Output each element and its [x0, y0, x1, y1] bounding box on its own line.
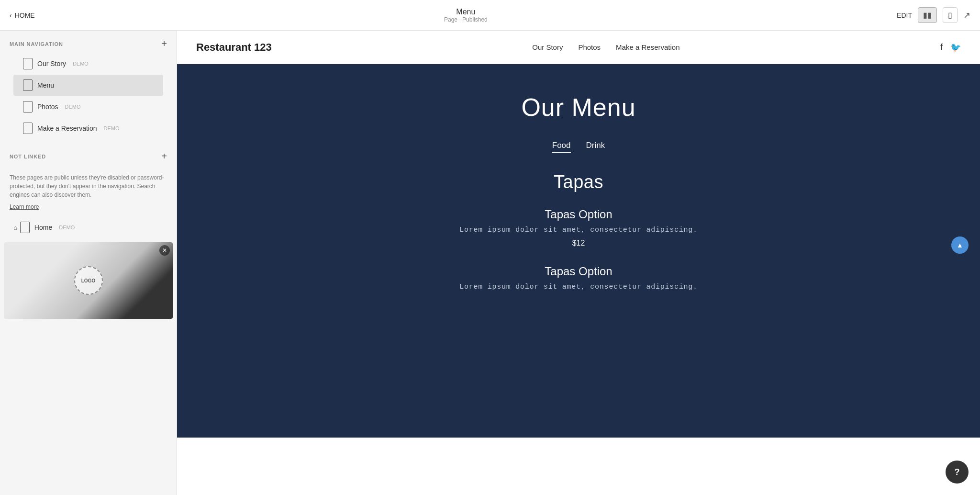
page-status: Page · Published [444, 16, 488, 23]
twitter-icon[interactable]: 🐦 [950, 42, 961, 53]
home-badge: DEMO [59, 225, 75, 230]
menu-page-icon [23, 79, 33, 91]
logo-placeholder: LOGO [74, 266, 103, 295]
menu-tab-drink[interactable]: Drink [586, 141, 605, 153]
reservation-page-icon [23, 123, 33, 134]
main-layout: MAIN NAVIGATION + Our Story DEMO Menu Ph… [0, 31, 980, 495]
menu-tabs: Food Drink [552, 141, 605, 153]
home-indicator-icon: ⌂ [13, 224, 17, 231]
photos-label: Photos [37, 103, 58, 111]
tapas-item-1-desc: Lorem ipsum dolor sit amet, consectetur … [459, 226, 697, 234]
content-area: Restaurant 123 Our Story Photos Make a R… [177, 31, 980, 495]
website-preview: Restaurant 123 Our Story Photos Make a R… [177, 31, 980, 495]
photos-page-icon [23, 101, 33, 112]
learn-more-link[interactable]: Learn more [10, 203, 39, 210]
reservation-badge: DEMO [104, 125, 120, 131]
help-button[interactable]: ? [946, 461, 969, 484]
menu-tab-food[interactable]: Food [552, 141, 571, 153]
top-bar-center: Menu Page · Published [444, 8, 488, 23]
sidebar-item-reservation[interactable]: Make a Reservation DEMO [13, 118, 163, 139]
edit-button[interactable]: EDIT [897, 11, 912, 19]
sidebar-item-home[interactable]: ⌂ Home DEMO [4, 217, 173, 238]
menu-hero-title: Our Menu [521, 93, 635, 122]
back-home-label: HOME [15, 11, 35, 19]
not-linked-header: NOT LINKED + [10, 151, 167, 162]
main-nav-section: MAIN NAVIGATION + Our Story DEMO Menu Ph… [0, 31, 177, 143]
menu-item-tapas-2: Tapas Option Lorem ipsum dolor sit amet,… [459, 265, 697, 296]
nav-link-our-story[interactable]: Our Story [532, 43, 563, 51]
our-story-badge: DEMO [73, 61, 89, 67]
mobile-view-button[interactable]: ▯ [943, 7, 958, 23]
back-arrow-icon: ‹ [10, 11, 12, 19]
main-nav-add-button[interactable]: + [161, 38, 167, 49]
not-linked-desc-section: These pages are public unless they're di… [0, 169, 177, 216]
main-nav-header: MAIN NAVIGATION + [10, 38, 167, 49]
tapas-item-2-name: Tapas Option [459, 265, 697, 278]
image-preview: LOGO [4, 242, 173, 319]
sidebar: MAIN NAVIGATION + Our Story DEMO Menu Ph… [0, 31, 177, 495]
home-page-icon [20, 222, 30, 233]
photos-badge: DEMO [65, 104, 81, 110]
menu-hero-section: Our Menu Food Drink ▲ Tapas Tapas Option… [177, 64, 980, 438]
top-bar: ‹ HOME Menu Page · Published EDIT ▮▮ ▯ ↗ [0, 0, 980, 31]
website-nav-links: Our Story Photos Make a Reservation [532, 43, 679, 51]
sidebar-item-photos[interactable]: Photos DEMO [13, 96, 163, 117]
top-bar-right: EDIT ▮▮ ▯ ↗ [897, 7, 970, 23]
our-story-label: Our Story [37, 60, 66, 68]
desktop-icon: ▮▮ [923, 11, 932, 19]
external-link-icon: ↗ [963, 11, 970, 20]
sidebar-item-our-story[interactable]: Our Story DEMO [13, 53, 163, 74]
facebook-icon[interactable]: f [940, 42, 943, 53]
desktop-view-button[interactable]: ▮▮ [918, 7, 937, 23]
tapas-item-1-price: $12 [459, 239, 697, 248]
menu-item-tapas-1: Tapas Option Lorem ipsum dolor sit amet,… [459, 208, 697, 248]
external-link-button[interactable]: ↗ [963, 10, 970, 21]
website-nav: Restaurant 123 Our Story Photos Make a R… [177, 31, 980, 64]
website-nav-icons: f 🐦 [940, 42, 961, 53]
not-linked-title: NOT LINKED [10, 154, 46, 159]
scroll-up-button[interactable]: ▲ [951, 236, 969, 254]
page-name: Menu [444, 8, 488, 16]
close-preview-button[interactable]: ✕ [159, 245, 170, 256]
website-brand: Restaurant 123 [196, 41, 272, 54]
top-bar-left: ‹ HOME [10, 11, 35, 19]
tapas-item-1-name: Tapas Option [459, 208, 697, 221]
main-nav-title: MAIN NAVIGATION [10, 41, 63, 47]
not-linked-description: These pages are public unless they're di… [10, 173, 167, 199]
home-label: Home [34, 224, 52, 231]
not-linked-add-button[interactable]: + [161, 151, 167, 162]
mobile-icon: ▯ [948, 11, 952, 19]
image-preview-container: LOGO ✕ [4, 242, 173, 319]
reservation-label: Make a Reservation [37, 124, 97, 132]
scroll-up-icon: ▲ [957, 241, 963, 249]
tapas-item-2-desc: Lorem ipsum dolor sit amet, consectetur … [459, 283, 697, 291]
nav-link-reservation[interactable]: Make a Reservation [616, 43, 679, 51]
nav-link-photos[interactable]: Photos [578, 43, 601, 51]
not-linked-section-header: NOT LINKED + [0, 143, 177, 169]
our-story-page-icon [23, 58, 33, 69]
menu-section-tapas-title: Tapas [554, 172, 603, 192]
menu-label: Menu [37, 81, 54, 89]
sidebar-item-menu[interactable]: Menu [13, 75, 163, 96]
back-home-button[interactable]: ‹ HOME [10, 11, 35, 19]
